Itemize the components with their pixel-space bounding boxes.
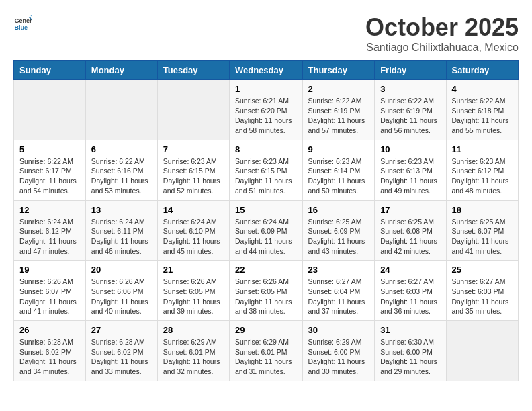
day-info: Sunrise: 6:23 AMSunset: 6:15 PMDaylight:… [235, 156, 297, 196]
calendar-cell: 17Sunrise: 6:25 AMSunset: 6:08 PMDayligh… [375, 200, 446, 261]
day-info: Sunrise: 6:26 AMSunset: 6:05 PMDaylight:… [163, 277, 224, 316]
calendar-week-row: 5Sunrise: 6:22 AMSunset: 6:17 PMDaylight… [14, 140, 519, 200]
calendar-cell: 2Sunrise: 6:22 AMSunset: 6:19 PMDaylight… [302, 80, 375, 140]
day-number: 18 [452, 205, 513, 215]
day-info: Sunrise: 6:22 AMSunset: 6:17 PMDaylight:… [19, 156, 80, 196]
calendar-cell: 14Sunrise: 6:24 AMSunset: 6:10 PMDayligh… [157, 200, 229, 261]
weekday-header: Saturday [446, 61, 518, 80]
weekday-header-row: SundayMondayTuesdayWednesdayThursdayFrid… [14, 61, 519, 80]
day-number: 30 [308, 325, 369, 335]
calendar-cell: 13Sunrise: 6:24 AMSunset: 6:11 PMDayligh… [85, 200, 157, 261]
day-info: Sunrise: 6:23 AMSunset: 6:13 PMDaylight:… [380, 156, 440, 196]
day-number: 28 [163, 325, 224, 335]
calendar-cell: 10Sunrise: 6:23 AMSunset: 6:13 PMDayligh… [375, 140, 446, 200]
calendar-cell: 27Sunrise: 6:28 AMSunset: 6:02 PMDayligh… [85, 321, 157, 381]
title-section: October 2025 Santiago Chilixtlahuaca, Me… [365, 13, 519, 54]
day-info: Sunrise: 6:24 AMSunset: 6:12 PMDaylight:… [19, 217, 80, 257]
calendar-week-row: 1Sunrise: 6:21 AMSunset: 6:20 PMDaylight… [14, 80, 519, 140]
day-number: 13 [91, 205, 152, 215]
day-info: Sunrise: 6:23 AMSunset: 6:15 PMDaylight:… [163, 156, 224, 196]
calendar-cell: 9Sunrise: 6:23 AMSunset: 6:14 PMDaylight… [302, 140, 375, 200]
day-info: Sunrise: 6:27 AMSunset: 6:03 PMDaylight:… [452, 277, 513, 316]
calendar-cell [14, 80, 86, 140]
day-info: Sunrise: 6:23 AMSunset: 6:14 PMDaylight:… [308, 156, 369, 196]
calendar-cell [446, 321, 518, 381]
calendar-cell: 28Sunrise: 6:29 AMSunset: 6:01 PMDayligh… [157, 321, 229, 381]
calendar-cell: 30Sunrise: 6:29 AMSunset: 6:00 PMDayligh… [302, 321, 375, 381]
day-number: 4 [452, 84, 513, 94]
calendar-cell: 3Sunrise: 6:22 AMSunset: 6:19 PMDaylight… [375, 80, 446, 140]
calendar-cell: 25Sunrise: 6:27 AMSunset: 6:03 PMDayligh… [446, 261, 518, 321]
calendar-week-row: 12Sunrise: 6:24 AMSunset: 6:12 PMDayligh… [14, 200, 519, 261]
calendar-cell: 12Sunrise: 6:24 AMSunset: 6:12 PMDayligh… [14, 200, 86, 261]
calendar-cell: 23Sunrise: 6:27 AMSunset: 6:04 PMDayligh… [302, 261, 375, 321]
weekday-header: Monday [85, 61, 157, 80]
day-info: Sunrise: 6:26 AMSunset: 6:07 PMDaylight:… [19, 277, 80, 316]
calendar-cell: 5Sunrise: 6:22 AMSunset: 6:17 PMDaylight… [14, 140, 86, 200]
calendar-cell: 24Sunrise: 6:27 AMSunset: 6:03 PMDayligh… [375, 261, 446, 321]
calendar-week-row: 26Sunrise: 6:28 AMSunset: 6:02 PMDayligh… [14, 321, 519, 381]
day-info: Sunrise: 6:24 AMSunset: 6:09 PMDaylight:… [235, 217, 297, 257]
day-info: Sunrise: 6:29 AMSunset: 6:01 PMDaylight:… [235, 337, 297, 377]
weekday-header: Friday [375, 61, 446, 80]
day-number: 14 [163, 205, 224, 215]
weekday-header: Sunday [14, 61, 86, 80]
day-info: Sunrise: 6:30 AMSunset: 6:00 PMDaylight:… [380, 337, 440, 377]
day-info: Sunrise: 6:24 AMSunset: 6:10 PMDaylight:… [163, 217, 224, 257]
weekday-header: Thursday [302, 61, 375, 80]
calendar-cell [157, 80, 229, 140]
calendar-cell: 29Sunrise: 6:29 AMSunset: 6:01 PMDayligh… [229, 321, 302, 381]
calendar-cell: 20Sunrise: 6:26 AMSunset: 6:06 PMDayligh… [85, 261, 157, 321]
day-number: 22 [235, 265, 297, 275]
day-number: 26 [19, 325, 80, 335]
day-number: 11 [452, 144, 513, 154]
day-info: Sunrise: 6:25 AMSunset: 6:07 PMDaylight:… [452, 217, 513, 257]
weekday-header: Wednesday [229, 61, 302, 80]
calendar-cell: 7Sunrise: 6:23 AMSunset: 6:15 PMDaylight… [157, 140, 229, 200]
logo-icon: General Blue [13, 13, 32, 32]
location-subtitle: Santiago Chilixtlahuaca, Mexico [365, 42, 519, 54]
day-number: 19 [19, 265, 80, 275]
day-number: 27 [91, 325, 152, 335]
day-info: Sunrise: 6:22 AMSunset: 6:18 PMDaylight:… [452, 96, 513, 136]
day-info: Sunrise: 6:28 AMSunset: 6:02 PMDaylight:… [19, 337, 80, 377]
calendar-table: SundayMondayTuesdayWednesdayThursdayFrid… [13, 60, 519, 381]
calendar-cell: 4Sunrise: 6:22 AMSunset: 6:18 PMDaylight… [446, 80, 518, 140]
day-number: 29 [235, 325, 297, 335]
day-info: Sunrise: 6:25 AMSunset: 6:08 PMDaylight:… [380, 217, 440, 257]
day-info: Sunrise: 6:23 AMSunset: 6:12 PMDaylight:… [452, 156, 513, 196]
calendar-cell [85, 80, 157, 140]
svg-text:Blue: Blue [14, 24, 28, 31]
calendar-cell: 11Sunrise: 6:23 AMSunset: 6:12 PMDayligh… [446, 140, 518, 200]
day-number: 8 [235, 144, 297, 154]
day-number: 20 [91, 265, 152, 275]
day-number: 10 [380, 144, 440, 154]
day-number: 2 [308, 84, 369, 94]
day-number: 24 [380, 265, 440, 275]
calendar-cell: 8Sunrise: 6:23 AMSunset: 6:15 PMDaylight… [229, 140, 302, 200]
day-number: 15 [235, 205, 297, 215]
calendar-week-row: 19Sunrise: 6:26 AMSunset: 6:07 PMDayligh… [14, 261, 519, 321]
day-info: Sunrise: 6:26 AMSunset: 6:06 PMDaylight:… [91, 277, 152, 316]
svg-text:General: General [14, 17, 32, 24]
day-number: 7 [163, 144, 224, 154]
day-number: 9 [308, 144, 369, 154]
logo: General Blue [13, 13, 32, 32]
day-info: Sunrise: 6:22 AMSunset: 6:19 PMDaylight:… [380, 96, 440, 136]
day-number: 6 [91, 144, 152, 154]
day-number: 5 [19, 144, 80, 154]
day-info: Sunrise: 6:21 AMSunset: 6:20 PMDaylight:… [235, 96, 297, 136]
month-title: October 2025 [365, 13, 519, 42]
day-number: 12 [19, 205, 80, 215]
day-info: Sunrise: 6:25 AMSunset: 6:09 PMDaylight:… [308, 217, 369, 257]
day-info: Sunrise: 6:27 AMSunset: 6:04 PMDaylight:… [308, 277, 369, 316]
day-number: 16 [308, 205, 369, 215]
calendar-cell: 26Sunrise: 6:28 AMSunset: 6:02 PMDayligh… [14, 321, 86, 381]
calendar-cell: 6Sunrise: 6:22 AMSunset: 6:16 PMDaylight… [85, 140, 157, 200]
day-info: Sunrise: 6:22 AMSunset: 6:19 PMDaylight:… [308, 96, 369, 136]
page-header: General Blue October 2025 Santiago Chili… [13, 13, 519, 54]
day-number: 31 [380, 325, 440, 335]
day-number: 23 [308, 265, 369, 275]
calendar-cell: 22Sunrise: 6:26 AMSunset: 6:05 PMDayligh… [229, 261, 302, 321]
day-info: Sunrise: 6:29 AMSunset: 6:00 PMDaylight:… [308, 337, 369, 377]
